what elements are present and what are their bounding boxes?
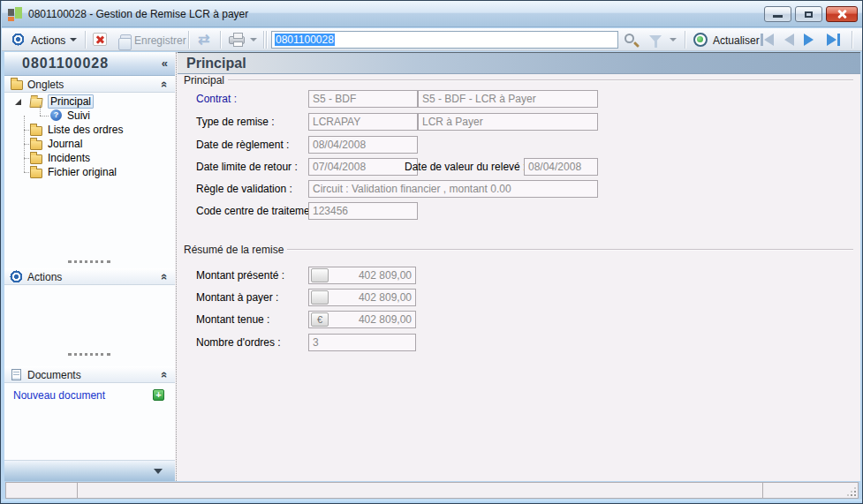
montant-payer-button[interactable] [311,290,329,305]
nav-next-button[interactable] [804,34,814,46]
type-remise-name-field[interactable]: LCR à Payer [418,113,598,131]
actions-menu-button[interactable]: Actions [31,34,65,47]
group-resume-title: Résumé de la remise [184,244,287,256]
documents-section-title: Documents [27,369,81,381]
search-icon[interactable] [625,34,634,43]
status-bar [5,482,859,499]
onglets-section-header[interactable]: Onglets « [4,76,175,93]
tree-item-fichier-original[interactable]: Fichier original [4,165,175,179]
tree-item-label[interactable]: Liste des ordres [48,124,123,136]
code-centre-label: Code centre de traitement : [196,205,324,217]
sidebar-record-id: 0801100028 [22,56,109,71]
date-valeur-label: Date de valeur du relevé : [405,161,526,173]
record-id-selected-text: 0801100028 [275,34,335,46]
montant-presente-label: Montant présenté : [196,269,284,282]
contrat-code-field[interactable]: S5 - BDF [308,90,418,108]
date-reglement-label: Date de règlement : [196,139,289,151]
new-document-link[interactable]: Nouveau document [13,389,105,402]
group-principal-title: Principal [184,74,228,87]
documents-section-header[interactable]: Documents « [4,366,175,383]
restore-button[interactable] [795,6,822,22]
onglets-section-title: Onglets [27,79,64,91]
nombre-ordres-field[interactable]: 3 [308,334,416,351]
save-button[interactable]: Enregistrer [134,34,186,47]
sidebar: 0801100028 « Onglets « Principal ? Suivi… [4,52,175,481]
sidebar-collapse-button[interactable]: « [162,56,168,70]
tree-item-journal[interactable]: Journal [4,137,175,151]
nombre-ordres-label: Nombre d'ordres : [196,336,281,349]
actions-dropdown-icon[interactable] [70,38,77,41]
date-limite-field[interactable]: 07/04/2008 [308,158,418,176]
regle-validation-field[interactable]: Circuit : Validation financier , montant… [308,180,598,198]
close-button[interactable] [826,6,858,22]
montant-presente-value: 402 809,00 [359,269,412,282]
status-divider [77,483,78,498]
onglets-collapse-icon[interactable]: « [158,81,171,87]
delete-button[interactable] [93,33,107,46]
group-resume-border [276,249,853,250]
actions-section-header[interactable]: Actions « [4,268,175,285]
folder-open-icon [29,98,42,108]
tree-item-label[interactable]: Journal [48,138,82,150]
type-remise-label: Type de remise : [196,116,275,128]
save-icon [120,34,132,45]
restore-icon [805,11,813,18]
nav-last-button[interactable] [827,34,837,46]
refresh-icon [693,33,708,47]
sidebar-footer-bar[interactable] [4,460,175,481]
montant-presente-field[interactable]: 402 809,00 [308,267,416,284]
date-limite-label: Date limite de retour : [196,161,298,173]
page-title: Principal [186,56,246,71]
actions-section-title: Actions [27,271,62,283]
tree-item-label[interactable]: Principal [48,94,94,109]
resize-grip[interactable] [848,488,856,496]
date-reglement-field[interactable]: 08/04/2008 [308,136,418,154]
print-button[interactable] [229,36,245,44]
add-document-button[interactable]: + [153,389,164,401]
code-centre-field[interactable]: 123456 [308,202,418,220]
folder-icon [30,140,42,150]
tree-item-label[interactable]: Incidents [48,152,90,164]
tree-item-principal[interactable]: Principal [4,94,175,109]
application-window: 0801100028 - Gestion de Remise LCR à pay… [0,0,863,504]
minimize-button[interactable] [764,6,791,22]
nav-previous-button[interactable] [784,34,794,46]
regle-validation-label: Règle de validation : [196,183,292,195]
print-dropdown-icon[interactable] [250,38,257,41]
sync-icon[interactable]: ⇄ [198,31,209,48]
filter-dropdown-icon[interactable] [670,38,677,41]
record-id-input[interactable]: 0801100028 [271,31,618,49]
sidebar-splitter-handle[interactable] [68,353,110,356]
actions-collapse-icon[interactable]: « [158,274,171,280]
montant-payer-field[interactable]: 402 809,00 [308,289,416,306]
contrat-label[interactable]: Contrat : [196,93,237,105]
date-valeur-field[interactable]: 08/04/2008 [524,158,598,176]
tree-item-suivi[interactable]: ? Suivi [4,109,175,123]
window-title: 0801100028 - Gestion de Remise LCR à pay… [28,8,248,20]
contrat-name-field[interactable]: S5 - BDF - LCR à Payer [418,90,598,108]
tree-item-label[interactable]: Fichier original [48,166,117,178]
montant-payer-label: Montant à payer : [196,291,278,304]
nav-last-icon[interactable] [837,34,840,46]
tree-item-liste-des-ordres[interactable]: Liste des ordres [4,123,175,137]
sidebar-header: 0801100028 « [4,52,175,76]
status-divider [762,483,763,498]
montant-presente-button[interactable] [311,268,329,282]
euro-currency-button[interactable]: € [311,312,329,327]
tree-expander-icon[interactable] [15,99,21,105]
page-header: Principal [178,52,860,74]
filter-icon[interactable] [649,35,662,42]
tree-item-label[interactable]: Suivi [67,109,90,122]
title-bar[interactable]: 0801100028 - Gestion de Remise LCR à pay… [2,1,863,27]
chevron-down-icon[interactable] [154,469,163,474]
nav-first-icon[interactable] [761,34,763,46]
sidebar-splitter-handle[interactable] [68,260,110,263]
app-icon [8,7,23,21]
tree-item-incidents[interactable]: Incidents [4,151,175,165]
type-remise-code-field[interactable]: LCRAPAY [308,113,418,131]
documents-collapse-icon[interactable]: « [158,372,171,378]
help-icon: ? [50,109,62,121]
nav-first-button[interactable] [764,34,774,46]
refresh-button[interactable]: Actualiser [713,34,760,47]
montant-tenue-field[interactable]: € 402 809,00 [308,311,416,328]
